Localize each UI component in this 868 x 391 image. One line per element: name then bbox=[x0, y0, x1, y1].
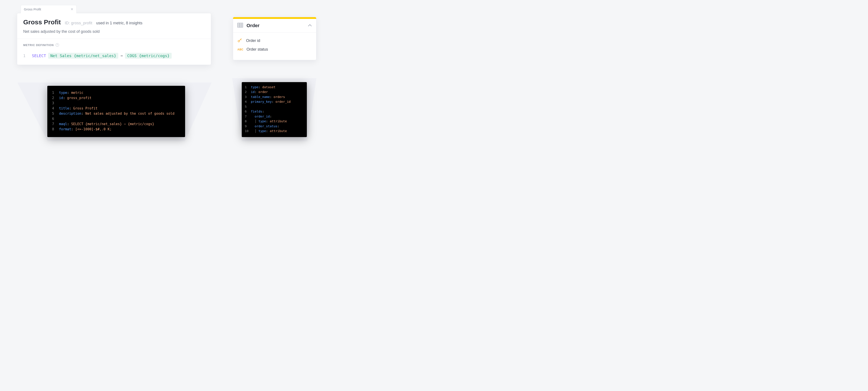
dataset-card: Order Order idABCOrder status bbox=[233, 17, 316, 60]
keyword-select: SELECT bbox=[32, 53, 46, 58]
abc-icon: ABC bbox=[238, 48, 243, 51]
metric-id: ID: gross_profit bbox=[65, 21, 92, 25]
code-line: 4title: Gross Profit bbox=[52, 106, 180, 111]
dataset-accent-bar bbox=[233, 17, 316, 19]
code-line: 2id: order bbox=[245, 89, 304, 94]
close-icon[interactable]: ✕ bbox=[70, 7, 73, 11]
metric-definition-section: METRIC DEFINITION ? 1 SELECT Net Sales {… bbox=[17, 39, 211, 65]
dataset-header[interactable]: Order bbox=[233, 19, 316, 33]
chevron-up-icon[interactable] bbox=[308, 24, 312, 28]
maql-editor-line[interactable]: 1 SELECT Net Sales {metric/net_sales} − … bbox=[23, 53, 205, 59]
code-line: 3table_name: orders bbox=[245, 94, 304, 99]
operator-minus: − bbox=[120, 53, 123, 58]
dataset-yaml-code: 1type: dataset2id: order3table_name: ord… bbox=[242, 82, 307, 137]
code-line: 9 order_status: bbox=[245, 124, 304, 129]
metric-pill-cogs[interactable]: COGS {metric/cogs} bbox=[125, 53, 172, 59]
key-icon bbox=[238, 38, 242, 44]
dataset-title: Order bbox=[247, 23, 259, 28]
metric-header: Gross Profit ID: gross_profit used in 1 … bbox=[17, 13, 211, 39]
code-line: 3 bbox=[52, 101, 180, 106]
field-label: Order status bbox=[247, 47, 268, 52]
code-line: 6 bbox=[52, 116, 180, 121]
field-label: Order id bbox=[246, 38, 260, 43]
svg-line-9 bbox=[239, 39, 241, 40]
line-number: 1 bbox=[23, 54, 32, 58]
code-line: 5 bbox=[245, 104, 304, 109]
metric-description: Net sales adjusted by the cost of goods … bbox=[23, 29, 205, 34]
dataset-field-row[interactable]: Order id bbox=[238, 36, 312, 46]
metric-title: Gross Profit bbox=[23, 19, 61, 26]
tab-label: Gross Profit bbox=[24, 7, 41, 11]
dataset-field-row[interactable]: ABCOrder status bbox=[238, 46, 312, 53]
table-icon bbox=[238, 23, 243, 28]
metric-yaml-code: 1type: metric2id: gross_profit34title: G… bbox=[47, 86, 185, 137]
code-line: 7maql: SELECT {metric/net_sales} − {metr… bbox=[52, 121, 180, 127]
code-line: 8format: [<=-1000]-$#,.0 K; bbox=[52, 127, 180, 132]
section-label: METRIC DEFINITION ? bbox=[23, 43, 205, 47]
svg-line-10 bbox=[241, 39, 241, 40]
code-line: 1type: dataset bbox=[245, 85, 304, 89]
code-line: 10 │ type: attribute bbox=[245, 129, 304, 133]
code-line: 5description: Net sales adjusted by the … bbox=[52, 111, 180, 116]
code-line: 1type: metric bbox=[52, 90, 180, 95]
code-line: 4primary_key: order_id bbox=[245, 99, 304, 104]
code-line: 2id: gross_profit bbox=[52, 95, 180, 101]
code-line: 7 order_id: bbox=[245, 114, 304, 119]
code-line: 8 │ type: attribute bbox=[245, 119, 304, 123]
metric-pill-net-sales[interactable]: Net Sales {metric/net_sales} bbox=[48, 53, 118, 59]
code-line: 6fields: bbox=[245, 109, 304, 114]
metric-tab[interactable]: Gross Profit ✕ bbox=[21, 5, 76, 13]
metric-usage: used in 1 metric, 8 insights bbox=[96, 21, 142, 25]
metric-detail-card: Gross Profit ✕ Gross Profit ID: gross_pr… bbox=[17, 13, 211, 65]
dataset-fields: Order idABCOrder status bbox=[233, 33, 316, 60]
help-icon[interactable]: ? bbox=[56, 43, 59, 47]
